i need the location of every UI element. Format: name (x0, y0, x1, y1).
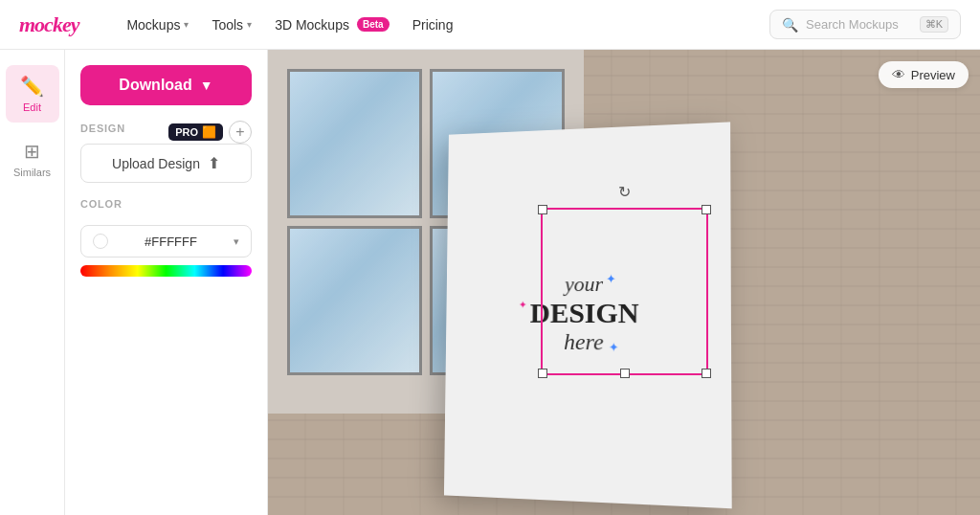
design-section-label: DESIGN (80, 123, 125, 134)
chevron-down-icon: ▾ (247, 19, 252, 30)
main-layout: ✏️ Edit ⊞ Similars Download ▼ DESIGN PRO… (0, 50, 980, 515)
sidebar-icons: ✏️ Edit ⊞ Similars (0, 50, 65, 515)
search-box[interactable]: 🔍 Search Mockups ⌘K (769, 10, 961, 39)
resize-handle-topright[interactable] (702, 205, 711, 214)
main-nav: Mockups ▾ Tools ▾ 3D Mockups Beta Pricin… (117, 11, 739, 38)
beta-badge: Beta (357, 17, 390, 32)
download-label: Download (119, 77, 191, 94)
design-section: DESIGN PRO 🟧 + Upload Design ⬆ (80, 121, 252, 183)
sidebar-item-similars[interactable]: ⊞ Similars (6, 130, 59, 188)
color-section-label: COLOR (80, 198, 252, 210)
grid-icon: ⊞ (24, 140, 40, 163)
nav-item-3d-mockups[interactable]: 3D Mockups Beta (265, 11, 399, 38)
nav-label-3d-mockups: 3D Mockups (275, 17, 349, 33)
color-hex-value: #FFFFFF (116, 235, 226, 249)
rotate-handle[interactable]: ↻ (618, 183, 631, 201)
preview-button[interactable]: 👁 Preview (879, 61, 969, 88)
resize-handle-bottomleft[interactable] (538, 369, 547, 378)
color-chevron-icon: ▾ (234, 235, 239, 248)
sidebar-item-edit[interactable]: ✏️ Edit (6, 65, 59, 123)
sidebar-label-similars: Similars (13, 167, 51, 178)
pro-star-icon: 🟧 (202, 125, 216, 139)
resize-handle-bottom[interactable] (620, 369, 630, 378)
logo[interactable]: mockey (19, 12, 78, 37)
search-placeholder: Search Mockups (806, 17, 912, 32)
color-gradient-bar[interactable] (80, 265, 252, 277)
eye-icon: 👁 (892, 67, 905, 82)
design-header: DESIGN PRO 🟧 + (80, 121, 252, 144)
color-picker-button[interactable]: #FFFFFF ▾ (80, 225, 252, 258)
chevron-down-icon: ▼ (200, 78, 213, 93)
resize-handle-topleft[interactable] (538, 205, 547, 214)
color-swatch (93, 234, 108, 249)
canvas-area: your ✦ ✦ DESIGN here ✦ ↻ (268, 50, 980, 515)
window-pane-1 (287, 69, 422, 218)
pencil-icon: ✏️ (20, 75, 44, 98)
design-selection-box[interactable]: ↻ (541, 208, 708, 375)
nav-label-tools: Tools (212, 17, 243, 33)
upload-design-label: Upload Design (112, 156, 200, 171)
search-shortcut: ⌘K (920, 16, 948, 33)
sidebar-label-edit: Edit (23, 101, 41, 113)
edit-panel: Download ▼ DESIGN PRO 🟧 + Upload Design … (65, 50, 268, 515)
window-pane-3 (287, 226, 422, 375)
preview-label: Preview (911, 68, 955, 82)
upload-design-button[interactable]: Upload Design ⬆ (80, 144, 252, 183)
resize-handle-bottomright[interactable] (702, 369, 711, 378)
upload-icon: ⬆ (208, 154, 220, 172)
download-button[interactable]: Download ▼ (80, 65, 252, 105)
pro-label: PRO (175, 126, 198, 138)
nav-item-pricing[interactable]: Pricing (403, 11, 463, 38)
header: mockey Mockups ▾ Tools ▾ 3D Mockups Beta… (0, 0, 980, 50)
nav-item-mockups[interactable]: Mockups ▾ (117, 11, 198, 38)
star-pink-icon: ✦ (519, 299, 527, 311)
nav-label-mockups: Mockups (126, 17, 180, 33)
chevron-down-icon: ▾ (184, 19, 189, 30)
color-section: COLOR #FFFFFF ▾ (80, 198, 252, 277)
mockup-scene: your ✦ ✦ DESIGN here ✦ ↻ (268, 50, 980, 515)
add-design-button[interactable]: + (229, 121, 252, 144)
nav-item-tools[interactable]: Tools ▾ (202, 11, 261, 38)
pro-badge: PRO 🟧 (168, 123, 223, 141)
search-icon: 🔍 (782, 17, 798, 33)
